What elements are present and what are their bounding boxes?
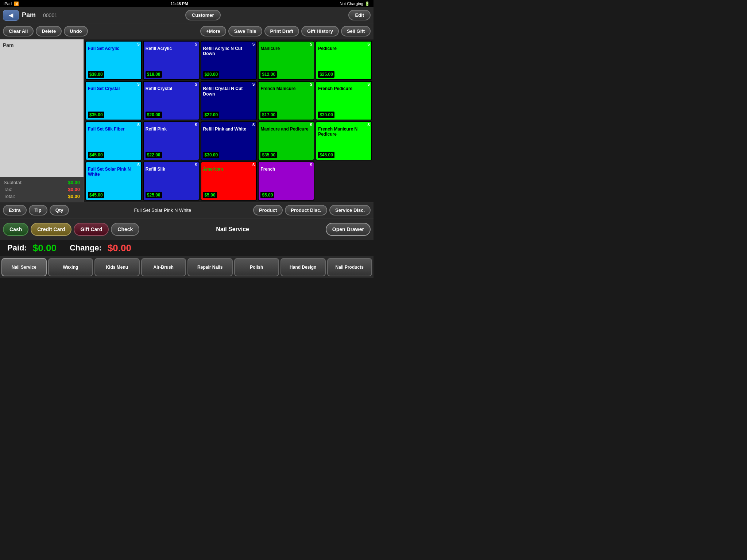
service-price: $5.00 [260, 192, 274, 198]
s-indicator: S [137, 123, 140, 127]
status-bar-left: iPad 📶 [4, 1, 19, 6]
customer-button[interactable]: Customer [185, 10, 221, 20]
cat-tab-nail-service[interactable]: Nail Service [1, 258, 47, 276]
service-name: Manicure [260, 46, 312, 51]
total-label: Total: [4, 194, 15, 199]
service-name: Full Set Silk Fiber [88, 127, 139, 132]
product-disc-button[interactable]: Product Disc. [285, 205, 327, 215]
more-button[interactable]: +More [200, 26, 226, 36]
product-button[interactable]: Product [253, 205, 283, 215]
cat-tab-hand-design[interactable]: Hand Design [280, 258, 326, 276]
tax-row: Tax: $0.00 [4, 186, 80, 193]
credit-card-button[interactable]: Credit Card [31, 223, 71, 236]
wifi-icon: 📶 [14, 1, 19, 6]
paid-label: Paid: [7, 243, 27, 253]
print-draft-button[interactable]: Print Draft [264, 26, 299, 36]
receipt-area: Pam [0, 39, 84, 177]
service-price: $30.00 [203, 152, 220, 158]
s-indicator: S [195, 42, 197, 46]
service-btn-18[interactable]: S American $5.00 [201, 162, 257, 201]
services-panel: S Full Set Acrylic $38.00 S Refill Acryl… [84, 39, 374, 202]
header-row: ◀ Pam 00001 Customer Edit [0, 7, 374, 23]
tip-button[interactable]: Tip [29, 205, 47, 215]
s-indicator: S [310, 82, 313, 86]
service-name: Refill Pink [146, 127, 197, 132]
service-btn-8[interactable]: S Refill Crystal N Cut Down $22.00 [201, 81, 257, 120]
service-name: American [203, 167, 255, 172]
service-price: $35.00 [260, 152, 277, 158]
qty-button[interactable]: Qty [50, 205, 69, 215]
delete-button[interactable]: Delete [36, 26, 62, 36]
save-this-button[interactable]: Save This [228, 26, 262, 36]
cat-tab-nail-products[interactable]: Nail Products [327, 258, 372, 276]
service-name: Refill Crystal [146, 86, 197, 91]
s-indicator: S [195, 163, 197, 167]
service-btn-17[interactable]: S Refill Silk $25.00 [143, 162, 200, 201]
service-name: Refill Acrylic [146, 46, 197, 51]
service-price: $25.00 [318, 71, 334, 78]
service-btn-1[interactable]: S Full Set Acrylic $38.00 [85, 41, 142, 80]
service-btn-5[interactable]: S Pedicure $25.00 [316, 41, 372, 80]
service-btn-3[interactable]: S Refill Acrylic N Cut Down $20.00 [201, 41, 257, 80]
cat-tab-kids-menu[interactable]: Kids Menu [94, 258, 140, 276]
cat-tab-repair-nails[interactable]: Repair Nails [187, 258, 233, 276]
s-indicator: S [195, 82, 197, 86]
service-price: $30.00 [318, 112, 334, 118]
s-indicator: S [310, 163, 313, 167]
service-price: $35.00 [88, 112, 104, 118]
action-row: Extra Tip Qty Full Set Solar Pink N Whit… [0, 202, 374, 218]
s-indicator: S [367, 123, 370, 127]
cat-tab-waxing[interactable]: Waxing [48, 258, 93, 276]
gift-card-button[interactable]: Gift Card [74, 223, 109, 236]
subtotal-value: $0.00 [68, 180, 80, 185]
service-btn-19[interactable]: S French $5.00 [258, 162, 314, 201]
undo-button[interactable]: Undo [64, 26, 88, 36]
check-button[interactable]: Check [111, 223, 139, 236]
service-btn-10[interactable]: S French Pedicure $30.00 [316, 81, 372, 120]
service-price: $45.00 [318, 152, 334, 158]
cat-tab-air-brush[interactable]: Air-Brush [141, 258, 186, 276]
back-button[interactable]: ◀ [3, 10, 19, 21]
service-price: $5.00 [203, 192, 217, 198]
total-row: Total: $0.00 [4, 193, 80, 200]
service-price: $38.00 [88, 71, 104, 78]
service-btn-2[interactable]: S Refill Acrylic $18.00 [143, 41, 200, 80]
service-btn-16[interactable]: S Full Set Solar Pink N White $45.00 [85, 162, 142, 201]
service-btn-4[interactable]: S Manicure $12.00 [258, 41, 314, 80]
payment-center: Nail Service [142, 226, 323, 233]
paid-bar: Paid: $0.00 Change: $0.00 [0, 240, 374, 256]
service-btn-15[interactable]: S French Manicure N Pedicure $45.00 [316, 121, 372, 160]
service-name: Full Set Crystal [88, 86, 139, 91]
service-name: Full Set Acrylic [88, 46, 139, 51]
service-btn-6[interactable]: S Full Set Crystal $35.00 [85, 81, 142, 120]
sell-gift-button[interactable]: Sell Gift [341, 26, 371, 36]
s-indicator: S [367, 82, 370, 86]
cash-button[interactable]: Cash [3, 223, 28, 236]
status-bar-time: 11:48 PM [171, 1, 188, 6]
service-disc-button[interactable]: Service Disc. [329, 205, 371, 215]
total-value: $0.00 [68, 194, 80, 199]
status-bar: iPad 📶 11:48 PM Not Charging 🔋 [0, 0, 374, 7]
selected-item-label: Full Set Solar Pink N White [134, 207, 191, 213]
service-price: $45.00 [88, 192, 104, 198]
open-drawer-button[interactable]: Open Drawer [326, 223, 371, 236]
category-tabs: Nail ServiceWaxingKids MenuAir-BrushRepa… [0, 256, 374, 278]
service-btn-7[interactable]: S Refill Crystal $20.00 [143, 81, 200, 120]
ipad-label: iPad [4, 1, 12, 6]
service-btn-9[interactable]: S French Manicure $17.00 [258, 81, 314, 120]
edit-button[interactable]: Edit [348, 10, 371, 20]
service-btn-14[interactable]: S Manicure and Pedicure $35.00 [258, 121, 314, 160]
extra-button[interactable]: Extra [3, 205, 27, 215]
service-btn-11[interactable]: S Full Set Silk Fiber $45.00 [85, 121, 142, 160]
service-name: French Manicure N Pedicure [318, 127, 369, 137]
receipt-totals: Subtotal: $0.00 Tax: $0.00 Total: $0.00 [0, 177, 84, 202]
service-btn-13[interactable]: S Refill Pink and White $30.00 [201, 121, 257, 160]
service-name: French [260, 167, 312, 172]
gift-history-button[interactable]: Gift History [301, 26, 339, 36]
clear-all-button[interactable]: Clear All [3, 26, 34, 36]
service-name: Refill Acrylic N Cut Down [203, 46, 255, 57]
s-indicator: S [137, 163, 140, 167]
service-name: Refill Pink and White [203, 127, 255, 132]
cat-tab-polish[interactable]: Polish [234, 258, 279, 276]
service-btn-12[interactable]: S Refill Pink $22.00 [143, 121, 200, 160]
